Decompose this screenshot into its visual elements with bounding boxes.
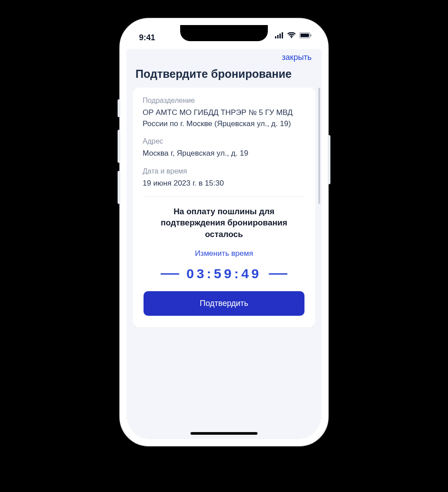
status-right-icons bbox=[275, 32, 312, 38]
address-label: Адрес bbox=[143, 137, 305, 145]
scrollbar[interactable] bbox=[318, 88, 320, 204]
phone-frame: 9:41 bbox=[119, 18, 329, 446]
screen: 9:41 bbox=[127, 25, 321, 439]
scroll-area[interactable]: Подразделение ОР АМТС МО ГИБДД ТНРЭР № 5… bbox=[127, 88, 321, 439]
page-title: Подтвердите бронирование bbox=[127, 63, 321, 88]
change-time-button[interactable]: Изменить время bbox=[195, 249, 253, 258]
datetime-field: Дата и время 19 июня 2023 г. в 15:30 bbox=[143, 167, 305, 189]
wifi-icon bbox=[287, 32, 296, 38]
svg-rect-0 bbox=[275, 36, 276, 38]
datetime-label: Дата и время bbox=[143, 167, 305, 175]
booking-card: Подразделение ОР АМТС МО ГИБДД ТНРЭР № 5… bbox=[133, 88, 315, 327]
volume-down-button bbox=[118, 171, 120, 204]
app-content: закрыть Подтвердите бронирование Подразд… bbox=[127, 49, 321, 439]
svg-rect-6 bbox=[310, 34, 311, 37]
notch bbox=[180, 25, 268, 41]
cellular-icon bbox=[275, 32, 284, 38]
department-label: Подразделение bbox=[143, 97, 305, 105]
svg-rect-2 bbox=[279, 34, 281, 38]
countdown-line-left bbox=[161, 273, 179, 275]
status-time: 9:41 bbox=[139, 33, 155, 42]
address-value: Москва г, Ярцевская ул., д. 19 bbox=[143, 148, 305, 159]
department-field: Подразделение ОР АМТС МО ГИБДД ТНРЭР № 5… bbox=[143, 97, 305, 129]
mute-switch bbox=[118, 99, 120, 117]
battery-icon bbox=[299, 32, 312, 38]
svg-rect-5 bbox=[300, 34, 309, 37]
confirm-button[interactable]: Подтвердить bbox=[144, 291, 304, 316]
countdown-row: 03:59:49 bbox=[143, 266, 305, 281]
svg-rect-1 bbox=[277, 35, 279, 38]
datetime-value: 19 июня 2023 г. в 15:30 bbox=[143, 178, 305, 189]
countdown-timer: 03:59:49 bbox=[186, 266, 262, 281]
address-field: Адрес Москва г, Ярцевская ул., д. 19 bbox=[143, 137, 305, 159]
countdown-line-right bbox=[269, 273, 287, 275]
power-button bbox=[328, 135, 330, 184]
top-actions: закрыть bbox=[127, 49, 321, 63]
home-indicator bbox=[190, 432, 258, 435]
payment-notice: На оплату пошлины для подтверждения брон… bbox=[143, 206, 305, 241]
close-button[interactable]: закрыть bbox=[282, 53, 312, 62]
divider bbox=[143, 196, 305, 197]
volume-up-button bbox=[118, 130, 120, 163]
svg-rect-3 bbox=[282, 32, 283, 38]
department-value: ОР АМТС МО ГИБДД ТНРЭР № 5 ГУ МВД России… bbox=[143, 107, 305, 129]
